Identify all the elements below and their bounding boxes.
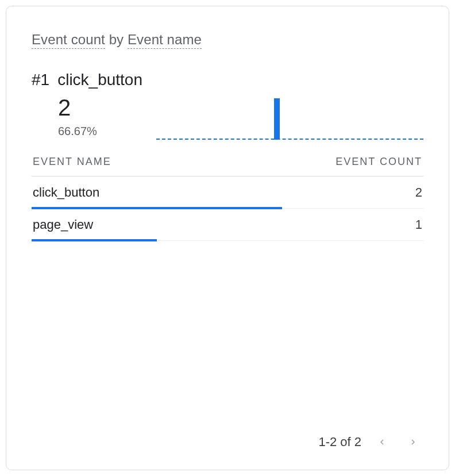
pager-range: 1-2 of 2: [318, 435, 361, 450]
top-event-name: click_button: [57, 71, 142, 89]
row-event-name: page_view: [33, 217, 93, 232]
event-table: EVENT NAME EVENT COUNT click_button2page…: [32, 156, 423, 241]
sparkline-chart: [156, 94, 423, 140]
col-event-count[interactable]: EVENT COUNT: [336, 156, 422, 168]
report-card: Event count by Event name #1 click_butto…: [6, 6, 449, 470]
top-rank: #1: [32, 71, 49, 89]
row-event-count: 2: [415, 185, 422, 200]
title-metric[interactable]: Event count: [32, 32, 105, 49]
row-bar: [32, 239, 157, 241]
sparkline-baseline: [156, 139, 423, 140]
title-by: by: [109, 32, 124, 47]
row-event-name: click_button: [33, 185, 99, 200]
top-event-percent: 66.67%: [58, 125, 142, 138]
pager-prev-button[interactable]: [372, 432, 392, 452]
card-title: Event count by Event name: [32, 32, 423, 48]
row-event-count: 1: [415, 217, 422, 232]
table-row[interactable]: click_button2: [32, 176, 423, 209]
col-event-name[interactable]: EVENT NAME: [33, 156, 111, 168]
pager: 1-2 of 2: [318, 432, 423, 452]
table-row[interactable]: page_view1: [32, 209, 423, 241]
table-header: EVENT NAME EVENT COUNT: [32, 156, 423, 176]
chevron-left-icon: [377, 437, 387, 447]
title-dimension[interactable]: Event name: [128, 32, 202, 49]
sparkline-bar: [274, 98, 280, 140]
pager-next-button[interactable]: [403, 432, 423, 452]
top-summary-left: #1 click_button 2 66.67%: [32, 71, 142, 138]
top-summary-row: #1 click_button 2 66.67%: [32, 71, 423, 140]
top-event-value: 2: [58, 95, 142, 120]
table-body: click_button2page_view1: [32, 176, 423, 241]
top-rank-line: #1 click_button: [32, 71, 142, 89]
chevron-right-icon: [408, 437, 418, 447]
